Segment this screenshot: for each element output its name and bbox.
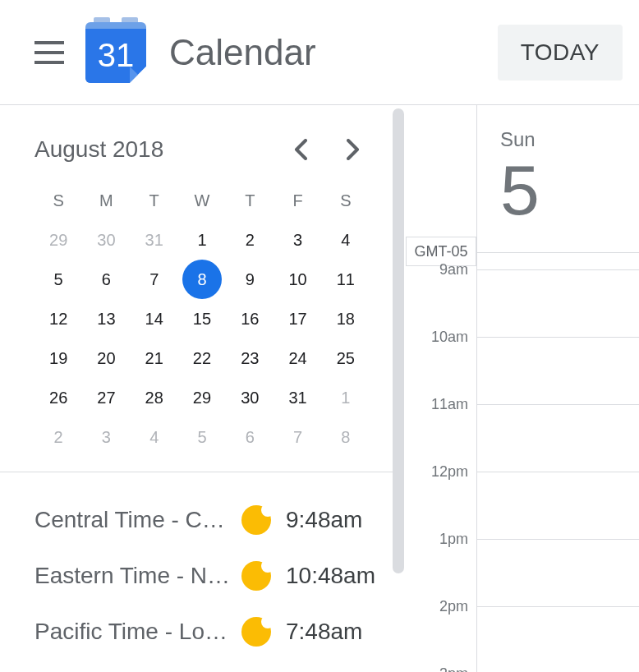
hour-gridline (477, 404, 639, 405)
mini-calendar-title: August 2018 (34, 136, 284, 163)
mini-day-30[interactable]: 30 (226, 378, 274, 417)
mini-day-18[interactable]: 18 (322, 299, 370, 338)
app-header: 31 Calendar TODAY (0, 0, 639, 105)
chevron-right-icon (347, 139, 360, 160)
moon-icon (241, 505, 271, 535)
mini-day-5[interactable]: 5 (34, 260, 82, 299)
mini-day-31[interactable]: 31 (131, 220, 178, 260)
world-clock-row[interactable]: Central Time - C…9:48am (34, 492, 376, 548)
hour-label: 3pm (439, 665, 468, 673)
mini-day-6[interactable]: 6 (226, 417, 274, 457)
world-clock-time: 10:48am (286, 563, 376, 589)
hour-label: 10am (431, 329, 468, 346)
today-button[interactable]: TODAY (498, 25, 623, 81)
mini-dow: M (82, 181, 130, 220)
main-menu-button[interactable] (30, 33, 69, 72)
hour-label: 12pm (431, 463, 468, 481)
hour-label: 9am (439, 261, 468, 278)
mini-day-15[interactable]: 15 (178, 299, 226, 338)
mini-day-14[interactable]: 14 (131, 299, 178, 338)
mini-day-2[interactable]: 2 (226, 220, 274, 260)
moon-icon (241, 561, 271, 591)
mini-day-13[interactable]: 13 (82, 299, 130, 338)
world-clock-label: Central Time - C… (34, 507, 238, 533)
mini-day-10[interactable]: 10 (274, 260, 321, 299)
mini-day-6[interactable]: 6 (82, 260, 130, 299)
mini-calendar-grid: SMTWTFS293031123456789101112131415161718… (34, 181, 370, 457)
day-column[interactable]: Sun 5 (476, 105, 639, 672)
mini-day-31[interactable]: 31 (274, 378, 321, 417)
mini-day-29[interactable]: 29 (178, 378, 226, 417)
mini-day-8[interactable]: 8 (322, 417, 370, 457)
day-number: 5 (500, 154, 632, 225)
hour-gridline (477, 539, 639, 540)
hamburger-icon (34, 41, 64, 64)
world-clock-row[interactable]: Pacific Time - Lo…7:48am (34, 604, 376, 660)
mini-day-20[interactable]: 20 (82, 338, 130, 378)
day-view: GMT-05 9am10am11am12pm1pm2pm3pm Sun 5 (404, 105, 639, 672)
hour-gridline (477, 337, 639, 338)
mini-day-30[interactable]: 30 (82, 220, 130, 260)
calendar-logo[interactable]: 31 (85, 22, 146, 83)
sidebar: August 2018 SMTWTFS293031123456789101112… (0, 105, 393, 672)
hour-label: 11am (431, 396, 468, 413)
moon-icon (241, 617, 271, 647)
mini-day-25[interactable]: 25 (322, 338, 370, 378)
world-clock-label: Pacific Time - Lo… (34, 619, 238, 645)
world-clock-label: Eastern Time - N… (34, 563, 238, 589)
mini-day-26[interactable]: 26 (34, 378, 82, 417)
mini-day-7[interactable]: 7 (131, 260, 178, 299)
hour-label: 2pm (439, 598, 468, 615)
mini-day-17[interactable]: 17 (274, 299, 321, 338)
mini-day-3[interactable]: 3 (274, 220, 321, 260)
mini-day-23[interactable]: 23 (226, 338, 274, 378)
mini-day-1[interactable]: 1 (322, 378, 370, 417)
hour-gridline (477, 472, 639, 472)
mini-dow: W (178, 181, 226, 220)
mini-day-4[interactable]: 4 (322, 220, 370, 260)
mini-calendar: August 2018 SMTWTFS293031123456789101112… (0, 105, 393, 472)
hour-gridline (477, 269, 639, 270)
mini-day-1[interactable]: 1 (178, 220, 226, 260)
world-clock-time: 9:48am (286, 507, 376, 533)
prev-month-button[interactable] (284, 133, 317, 166)
day-column-header[interactable]: Sun 5 (477, 105, 639, 253)
mini-day-8[interactable]: 8 (178, 260, 226, 299)
mini-day-21[interactable]: 21 (131, 338, 178, 378)
mini-day-9[interactable]: 9 (226, 260, 274, 299)
mini-day-29[interactable]: 29 (34, 220, 82, 260)
next-month-button[interactable] (337, 133, 370, 166)
world-clock-time: 7:48am (286, 619, 376, 645)
mini-day-11[interactable]: 11 (322, 260, 370, 299)
logo-day-number: 31 (98, 37, 135, 74)
time-gutter: GMT-05 9am10am11am12pm1pm2pm3pm (404, 105, 476, 672)
chevron-left-icon (294, 139, 307, 160)
hour-label: 1pm (439, 531, 468, 548)
world-clock-row[interactable]: Eastern Time - N…10:48am (34, 548, 376, 604)
mini-day-5[interactable]: 5 (178, 417, 226, 457)
mini-day-24[interactable]: 24 (274, 338, 321, 378)
mini-dow: T (226, 181, 274, 220)
mini-day-4[interactable]: 4 (131, 417, 178, 457)
mini-day-19[interactable]: 19 (34, 338, 82, 378)
mini-day-22[interactable]: 22 (178, 338, 226, 378)
mini-day-3[interactable]: 3 (82, 417, 130, 457)
world-clock-list: Central Time - C…9:48amEastern Time - N…… (0, 472, 393, 672)
day-of-week-label: Sun (500, 128, 632, 151)
mini-day-28[interactable]: 28 (131, 378, 178, 417)
mini-dow: T (131, 181, 178, 220)
mini-day-12[interactable]: 12 (34, 299, 82, 338)
mini-dow: S (322, 181, 370, 220)
mini-dow: F (274, 181, 321, 220)
mini-dow: S (34, 181, 82, 220)
sidebar-scrollbar[interactable] (393, 108, 404, 573)
mini-day-27[interactable]: 27 (82, 378, 130, 417)
mini-day-2[interactable]: 2 (34, 417, 82, 457)
app-title: Calendar (169, 32, 316, 73)
mini-day-7[interactable]: 7 (274, 417, 321, 457)
hour-gridline (477, 606, 639, 607)
mini-day-16[interactable]: 16 (226, 299, 274, 338)
